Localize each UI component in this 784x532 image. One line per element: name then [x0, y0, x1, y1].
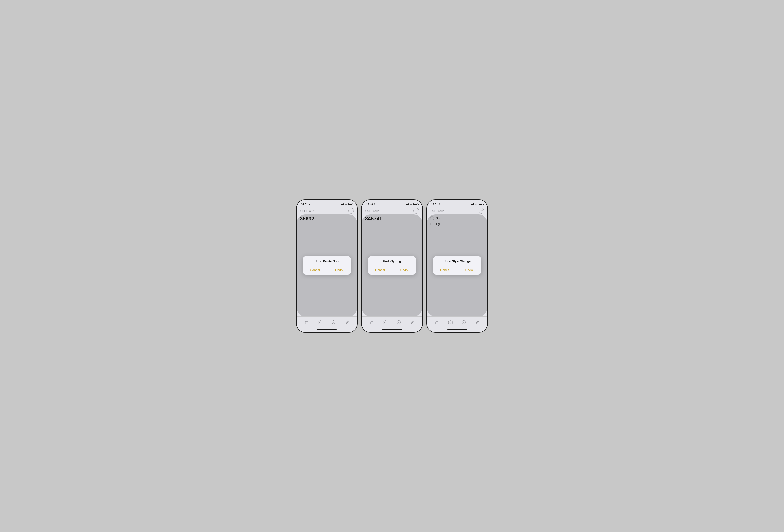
- bottom-toolbar-2: A: [362, 316, 422, 328]
- status-time-2: 14:48: [366, 203, 375, 206]
- cancel-button-2[interactable]: Cancel: [368, 266, 392, 275]
- compose-icon-3[interactable]: [474, 318, 481, 326]
- camera-icon-1[interactable]: [316, 318, 324, 326]
- svg-point-21: [476, 205, 476, 205]
- battery-icon-1: [348, 203, 353, 205]
- more-button-1[interactable]: •••: [348, 208, 354, 214]
- battery-icon-3: [479, 203, 483, 205]
- location-icon-1: [308, 203, 310, 205]
- status-icons-2: [405, 203, 418, 205]
- nav-bar-2: ‹ All iCloud •••: [362, 207, 422, 215]
- content-1: 35632 Undo Delete Note Cancel Undo: [297, 215, 357, 316]
- camera-icon-3[interactable]: [447, 318, 454, 326]
- dialog-box-2: Undo Typing Cancel Undo: [368, 256, 416, 275]
- back-button-1[interactable]: ‹ All iCloud: [300, 209, 314, 213]
- undo-button-3[interactable]: Undo: [457, 266, 481, 275]
- bottom-toolbar-3: A: [427, 316, 487, 328]
- camera-icon-2[interactable]: [382, 318, 389, 326]
- home-indicator-3: [427, 328, 487, 332]
- dialog-buttons-3: Cancel Undo: [433, 266, 481, 275]
- bottom-toolbar-1: A: [297, 316, 357, 328]
- nav-bar-3: ‹ All iCloud •••: [427, 207, 487, 215]
- signal-icon-1: [340, 203, 343, 205]
- phone-3: 14:51: [426, 199, 488, 333]
- dialog-box-1: Undo Delete Note Cancel Undo: [303, 256, 351, 275]
- svg-point-7: [319, 322, 321, 323]
- more-button-2[interactable]: •••: [414, 208, 419, 214]
- svg-marker-10: [374, 203, 375, 205]
- dialog-buttons-1: Cancel Undo: [303, 266, 351, 275]
- dialog-title-2: Undo Typing: [368, 256, 416, 266]
- svg-point-27: [450, 322, 451, 323]
- svg-point-4: [305, 323, 306, 324]
- dialog-overlay-1: Undo Delete Note Cancel Undo: [297, 215, 357, 316]
- markup-icon-3[interactable]: A: [460, 318, 468, 326]
- undo-button-2[interactable]: Undo: [392, 266, 416, 275]
- svg-point-1: [346, 205, 346, 205]
- wifi-icon-2: [410, 203, 413, 205]
- wifi-icon-1: [344, 203, 347, 205]
- status-time-1: 14:51: [301, 203, 310, 206]
- checklist-icon-1[interactable]: [303, 318, 310, 326]
- nav-bar-1: ‹ All iCloud •••: [297, 207, 357, 215]
- dialog-buttons-2: Cancel Undo: [368, 266, 416, 275]
- home-indicator-1: [297, 328, 357, 332]
- cancel-button-1[interactable]: Cancel: [303, 266, 327, 275]
- svg-point-14: [370, 323, 371, 324]
- svg-text:A: A: [463, 321, 465, 324]
- more-button-3[interactable]: •••: [479, 208, 484, 214]
- signal-icon-3: [470, 203, 474, 205]
- phone-2: 14:48: [361, 199, 423, 333]
- svg-point-2: [305, 321, 306, 322]
- content-3: 356 Fg Undo Style Change Cancel Undo: [427, 215, 487, 316]
- dialog-overlay-2: Undo Typing Cancel Undo: [362, 215, 422, 316]
- dialog-title-1: Undo Delete Note: [303, 256, 351, 266]
- svg-point-22: [435, 321, 436, 322]
- cancel-button-3[interactable]: Cancel: [433, 266, 457, 275]
- battery-icon-2: [414, 203, 418, 205]
- compose-icon-2[interactable]: [409, 318, 416, 326]
- home-indicator-2: [362, 328, 422, 332]
- content-2: 345741 Undo Typing Cancel Undo: [362, 215, 422, 316]
- markup-icon-1[interactable]: A: [330, 318, 337, 326]
- status-bar-2: 14:48: [362, 200, 422, 207]
- svg-text:A: A: [333, 321, 334, 324]
- phone-1: 14:51: [296, 199, 358, 333]
- svg-point-12: [370, 321, 371, 322]
- location-icon-3: [439, 203, 441, 205]
- checklist-icon-3[interactable]: [433, 318, 441, 326]
- svg-text:A: A: [398, 321, 399, 324]
- status-time-3: 14:51: [431, 203, 441, 206]
- status-icons-1: [340, 203, 353, 205]
- status-bar-3: 14:51: [427, 200, 487, 207]
- markup-icon-2[interactable]: A: [395, 318, 402, 326]
- dialog-box-3: Undo Style Change Cancel Undo: [433, 256, 481, 275]
- status-icons-3: [470, 203, 483, 205]
- location-icon-2: [373, 203, 375, 205]
- svg-point-11: [411, 205, 411, 205]
- dialog-overlay-3: Undo Style Change Cancel Undo: [427, 215, 487, 316]
- svg-marker-0: [309, 203, 310, 205]
- dialog-title-3: Undo Style Change: [433, 256, 481, 266]
- signal-icon-2: [405, 203, 409, 205]
- back-button-2[interactable]: ‹ All iCloud: [365, 209, 379, 213]
- wifi-icon-3: [475, 203, 478, 205]
- svg-point-24: [435, 323, 436, 324]
- status-bar-1: 14:51: [297, 200, 357, 207]
- svg-marker-20: [439, 203, 440, 205]
- checklist-icon-2[interactable]: [368, 318, 375, 326]
- back-button-3[interactable]: ‹ All iCloud: [430, 209, 444, 213]
- svg-point-17: [385, 322, 386, 323]
- compose-icon-1[interactable]: [343, 318, 351, 326]
- undo-button-1[interactable]: Undo: [327, 266, 351, 275]
